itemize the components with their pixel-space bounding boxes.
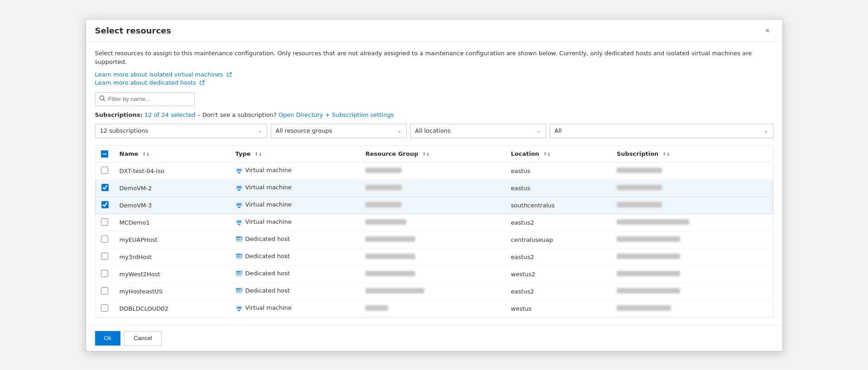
svg-point-26 [240, 254, 241, 255]
row-resource-group [360, 300, 505, 317]
row-subscription [611, 231, 772, 248]
col-header-subscription[interactable]: Subscription ↑↓ [611, 146, 772, 163]
header-checkbox-cell[interactable] [96, 146, 114, 163]
col-header-name[interactable]: Name ↑↓ [114, 146, 230, 163]
learn-more-dedicated-hosts-link[interactable]: Learn more about dedicated hosts [95, 79, 205, 86]
cancel-button[interactable]: Cancel [124, 331, 161, 346]
row-type: Dedicated host [230, 248, 360, 265]
table-row[interactable]: DemoVM-3 Virtual machinesouthcentralus [96, 197, 772, 214]
row-checkbox-cell[interactable] [96, 179, 114, 197]
row-type: Dedicated host [230, 231, 360, 248]
dialog-header: Select resources × [86, 19, 782, 42]
col-header-resource-group[interactable]: Resource Group ↑↓ [360, 146, 505, 163]
row-checkbox[interactable] [101, 235, 108, 243]
resources-table-container: Name ↑↓ Type ↑↓ Resource Group ↑↓ Loca [95, 145, 773, 318]
row-checkbox[interactable] [101, 270, 108, 277]
filter-section [95, 92, 773, 106]
sort-arrows-name: ↑↓ [142, 152, 150, 157]
row-resource-group [360, 162, 505, 179]
row-type: Virtual machine [230, 300, 360, 317]
row-name: DemoVM-2 [114, 179, 230, 197]
svg-rect-39 [237, 307, 241, 309]
vm-icon [235, 201, 243, 208]
learn-more-isolated-vms-link[interactable]: Learn more about isolated virtual machin… [95, 71, 232, 78]
row-checkbox-cell[interactable] [96, 231, 114, 248]
table-row[interactable]: myEUAPHost Dedicated hostcentraluseuap [96, 231, 772, 248]
sort-arrows-type: ↑↓ [254, 152, 262, 157]
chevron-down-icon-2: ⌄ [537, 128, 541, 134]
table-row[interactable]: myHosteastUS Dedicated hosteastus2 [96, 283, 772, 300]
locations-dropdown[interactable]: All locations ⌄ [410, 124, 546, 138]
row-checkbox-cell[interactable] [96, 283, 114, 300]
ok-button[interactable]: Ok [95, 331, 121, 346]
table-row[interactable]: DemoVM-2 Virtual machineeastus [96, 179, 772, 197]
filter-input-wrap[interactable] [95, 92, 195, 106]
svg-rect-3 [237, 169, 241, 171]
row-checkbox[interactable] [101, 184, 109, 191]
row-type: Virtual machine [230, 162, 360, 179]
row-resource-group [360, 214, 505, 231]
row-location: westus2 [505, 265, 611, 283]
host-icon [235, 270, 243, 277]
svg-rect-25 [236, 258, 242, 259]
dialog-title: Select resources [95, 26, 172, 35]
row-resource-group [360, 179, 505, 197]
table-row[interactable]: my3rdHost Dedicated hosteastus2 [96, 248, 772, 265]
svg-point-27 [240, 256, 241, 257]
table-row[interactable]: DDBLDCLOUD02 Virtual machinewestus [96, 300, 772, 317]
dropdown-filters: 12 subscriptions ⌄ All resource groups ⌄… [95, 124, 773, 138]
svg-point-36 [240, 288, 241, 289]
svg-line-1 [103, 100, 105, 101]
row-checkbox-cell[interactable] [96, 162, 114, 179]
svg-rect-11 [237, 203, 241, 206]
table-row[interactable]: myWest2Host Dedicated hostwestus2 [96, 265, 772, 283]
row-checkbox-cell[interactable] [96, 265, 114, 283]
row-subscription [611, 179, 772, 197]
row-checkbox[interactable] [101, 201, 109, 208]
row-location: eastus2 [505, 214, 611, 231]
row-subscription [611, 300, 772, 317]
svg-point-21 [240, 237, 241, 238]
row-resource-group [360, 248, 505, 265]
row-subscription [611, 248, 772, 265]
row-name: my3rdHost [114, 248, 230, 265]
header-checkbox[interactable] [101, 150, 108, 158]
row-checkbox-cell[interactable] [96, 248, 114, 265]
row-checkbox-cell[interactable] [96, 300, 114, 317]
resource-groups-dropdown[interactable]: All resource groups ⌄ [271, 124, 407, 138]
col-header-type[interactable]: Type ↑↓ [230, 146, 360, 163]
open-directory-link[interactable]: Open Directory + Subscription settings [278, 111, 394, 118]
filter-input[interactable] [108, 96, 191, 102]
sort-arrows-subscription: ↑↓ [662, 152, 670, 157]
row-name: myEUAPHost [114, 231, 230, 248]
host-icon [235, 287, 243, 294]
search-icon [99, 95, 106, 103]
svg-point-0 [100, 96, 104, 100]
svg-rect-15 [237, 221, 241, 223]
row-name: DXT-test-04-iso [114, 162, 230, 179]
close-button[interactable]: × [762, 25, 773, 37]
row-checkbox[interactable] [101, 253, 108, 260]
row-resource-group [360, 265, 505, 283]
row-location: eastus [505, 179, 611, 197]
subscriptions-selected-link[interactable]: 12 of 24 selected [144, 111, 196, 118]
svg-point-31 [240, 271, 241, 272]
row-checkbox[interactable] [101, 218, 108, 226]
all-dropdown[interactable]: All ⌄ [550, 124, 773, 138]
row-checkbox[interactable] [101, 167, 108, 174]
row-subscription [611, 197, 772, 214]
col-header-location[interactable]: Location ↑↓ [505, 146, 611, 163]
row-checkbox-cell[interactable] [96, 214, 114, 231]
row-name: myHosteastUS [114, 283, 230, 300]
table-row[interactable]: MCDemo1 Virtual machineeastus2 [96, 214, 772, 231]
row-checkbox[interactable] [101, 304, 108, 312]
vm-icon [235, 167, 243, 174]
row-type: Dedicated host [230, 283, 360, 300]
subscription-row: Subscriptions: 12 of 24 selected – Don't… [95, 111, 773, 118]
row-checkbox-cell[interactable] [96, 197, 114, 214]
sort-arrows-location: ↑↓ [543, 152, 551, 157]
table-row[interactable]: DXT-test-04-iso Virtual machineeastus [96, 162, 772, 179]
row-checkbox[interactable] [101, 287, 108, 294]
link-dedicated-hosts: Learn more about dedicated hosts [95, 79, 773, 86]
subscriptions-dropdown[interactable]: 12 subscriptions ⌄ [95, 124, 267, 138]
